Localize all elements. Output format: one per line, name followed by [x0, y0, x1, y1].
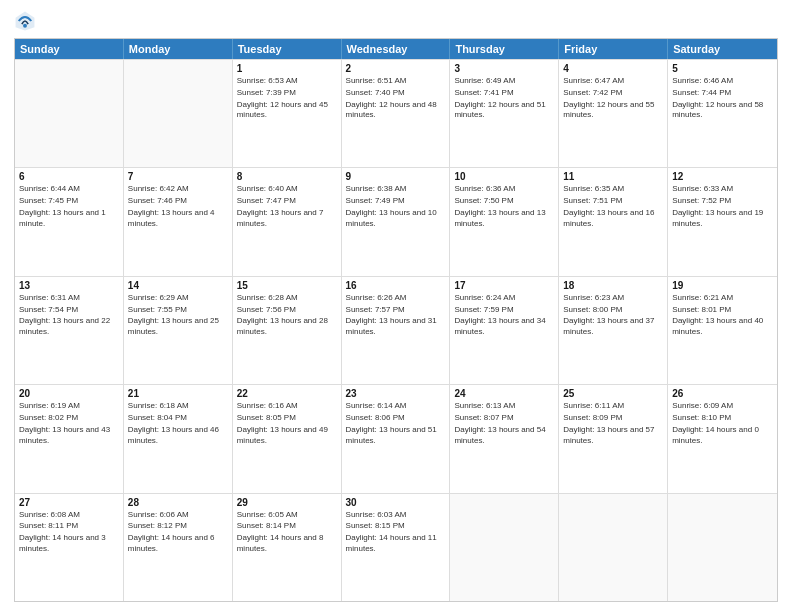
daylight-text: Daylight: 13 hours and 37 minutes. [563, 316, 663, 338]
sunrise-text: Sunrise: 6:53 AM [237, 76, 337, 87]
daylight-text: Daylight: 13 hours and 54 minutes. [454, 425, 554, 447]
sunrise-text: Sunrise: 6:33 AM [672, 184, 773, 195]
sunset-text: Sunset: 7:39 PM [237, 88, 337, 99]
sunrise-text: Sunrise: 6:38 AM [346, 184, 446, 195]
calendar-row-4: 27Sunrise: 6:08 AMSunset: 8:11 PMDayligh… [15, 493, 777, 601]
calendar-cell-1-1: 7Sunrise: 6:42 AMSunset: 7:46 PMDaylight… [124, 168, 233, 275]
calendar-cell-2-3: 16Sunrise: 6:26 AMSunset: 7:57 PMDayligh… [342, 277, 451, 384]
calendar-cell-4-3: 30Sunrise: 6:03 AMSunset: 8:15 PMDayligh… [342, 494, 451, 601]
svg-point-1 [23, 24, 27, 28]
calendar-cell-0-6: 5Sunrise: 6:46 AMSunset: 7:44 PMDaylight… [668, 60, 777, 167]
day-number: 2 [346, 63, 446, 74]
day-number: 28 [128, 497, 228, 508]
weekday-header-friday: Friday [559, 39, 668, 59]
sunset-text: Sunset: 7:44 PM [672, 88, 773, 99]
sunrise-text: Sunrise: 6:29 AM [128, 293, 228, 304]
calendar-cell-0-2: 1Sunrise: 6:53 AMSunset: 7:39 PMDaylight… [233, 60, 342, 167]
daylight-text: Daylight: 13 hours and 31 minutes. [346, 316, 446, 338]
daylight-text: Daylight: 12 hours and 45 minutes. [237, 100, 337, 122]
sunrise-text: Sunrise: 6:16 AM [237, 401, 337, 412]
calendar-header: SundayMondayTuesdayWednesdayThursdayFrid… [15, 39, 777, 59]
sunrise-text: Sunrise: 6:21 AM [672, 293, 773, 304]
daylight-text: Daylight: 13 hours and 1 minute. [19, 208, 119, 230]
sunset-text: Sunset: 7:42 PM [563, 88, 663, 99]
calendar-cell-3-5: 25Sunrise: 6:11 AMSunset: 8:09 PMDayligh… [559, 385, 668, 492]
day-number: 21 [128, 388, 228, 399]
calendar-cell-4-1: 28Sunrise: 6:06 AMSunset: 8:12 PMDayligh… [124, 494, 233, 601]
calendar-cell-1-2: 8Sunrise: 6:40 AMSunset: 7:47 PMDaylight… [233, 168, 342, 275]
day-number: 29 [237, 497, 337, 508]
calendar-cell-4-4 [450, 494, 559, 601]
daylight-text: Daylight: 13 hours and 43 minutes. [19, 425, 119, 447]
daylight-text: Daylight: 12 hours and 55 minutes. [563, 100, 663, 122]
sunset-text: Sunset: 8:14 PM [237, 521, 337, 532]
day-number: 10 [454, 171, 554, 182]
daylight-text: Daylight: 12 hours and 48 minutes. [346, 100, 446, 122]
sunrise-text: Sunrise: 6:03 AM [346, 510, 446, 521]
calendar-row-1: 6Sunrise: 6:44 AMSunset: 7:45 PMDaylight… [15, 167, 777, 275]
calendar-cell-1-0: 6Sunrise: 6:44 AMSunset: 7:45 PMDaylight… [15, 168, 124, 275]
logo [14, 10, 40, 32]
sunrise-text: Sunrise: 6:42 AM [128, 184, 228, 195]
daylight-text: Daylight: 14 hours and 3 minutes. [19, 533, 119, 555]
sunset-text: Sunset: 7:47 PM [237, 196, 337, 207]
calendar-cell-1-6: 12Sunrise: 6:33 AMSunset: 7:52 PMDayligh… [668, 168, 777, 275]
calendar-cell-4-5 [559, 494, 668, 601]
sunset-text: Sunset: 7:52 PM [672, 196, 773, 207]
calendar-cell-3-3: 23Sunrise: 6:14 AMSunset: 8:06 PMDayligh… [342, 385, 451, 492]
sunrise-text: Sunrise: 6:26 AM [346, 293, 446, 304]
daylight-text: Daylight: 13 hours and 40 minutes. [672, 316, 773, 338]
sunrise-text: Sunrise: 6:35 AM [563, 184, 663, 195]
daylight-text: Daylight: 13 hours and 19 minutes. [672, 208, 773, 230]
day-number: 14 [128, 280, 228, 291]
calendar-cell-4-0: 27Sunrise: 6:08 AMSunset: 8:11 PMDayligh… [15, 494, 124, 601]
calendar-cell-3-6: 26Sunrise: 6:09 AMSunset: 8:10 PMDayligh… [668, 385, 777, 492]
calendar-cell-3-2: 22Sunrise: 6:16 AMSunset: 8:05 PMDayligh… [233, 385, 342, 492]
weekday-header-sunday: Sunday [15, 39, 124, 59]
sunset-text: Sunset: 7:46 PM [128, 196, 228, 207]
sunrise-text: Sunrise: 6:18 AM [128, 401, 228, 412]
calendar-cell-2-2: 15Sunrise: 6:28 AMSunset: 7:56 PMDayligh… [233, 277, 342, 384]
daylight-text: Daylight: 13 hours and 25 minutes. [128, 316, 228, 338]
daylight-text: Daylight: 12 hours and 58 minutes. [672, 100, 773, 122]
sunset-text: Sunset: 8:09 PM [563, 413, 663, 424]
sunrise-text: Sunrise: 6:36 AM [454, 184, 554, 195]
day-number: 13 [19, 280, 119, 291]
sunset-text: Sunset: 7:55 PM [128, 305, 228, 316]
day-number: 25 [563, 388, 663, 399]
day-number: 5 [672, 63, 773, 74]
day-number: 23 [346, 388, 446, 399]
sunrise-text: Sunrise: 6:08 AM [19, 510, 119, 521]
calendar: SundayMondayTuesdayWednesdayThursdayFrid… [14, 38, 778, 602]
calendar-row-2: 13Sunrise: 6:31 AMSunset: 7:54 PMDayligh… [15, 276, 777, 384]
sunrise-text: Sunrise: 6:13 AM [454, 401, 554, 412]
sunset-text: Sunset: 8:04 PM [128, 413, 228, 424]
sunrise-text: Sunrise: 6:19 AM [19, 401, 119, 412]
sunset-text: Sunset: 8:01 PM [672, 305, 773, 316]
daylight-text: Daylight: 13 hours and 28 minutes. [237, 316, 337, 338]
daylight-text: Daylight: 13 hours and 34 minutes. [454, 316, 554, 338]
sunrise-text: Sunrise: 6:05 AM [237, 510, 337, 521]
sunrise-text: Sunrise: 6:49 AM [454, 76, 554, 87]
day-number: 26 [672, 388, 773, 399]
day-number: 24 [454, 388, 554, 399]
sunrise-text: Sunrise: 6:06 AM [128, 510, 228, 521]
calendar-cell-3-4: 24Sunrise: 6:13 AMSunset: 8:07 PMDayligh… [450, 385, 559, 492]
header [14, 10, 778, 32]
sunset-text: Sunset: 7:59 PM [454, 305, 554, 316]
sunset-text: Sunset: 7:50 PM [454, 196, 554, 207]
day-number: 17 [454, 280, 554, 291]
calendar-body: 1Sunrise: 6:53 AMSunset: 7:39 PMDaylight… [15, 59, 777, 601]
daylight-text: Daylight: 13 hours and 4 minutes. [128, 208, 228, 230]
daylight-text: Daylight: 13 hours and 51 minutes. [346, 425, 446, 447]
day-number: 20 [19, 388, 119, 399]
sunrise-text: Sunrise: 6:40 AM [237, 184, 337, 195]
daylight-text: Daylight: 14 hours and 0 minutes. [672, 425, 773, 447]
day-number: 6 [19, 171, 119, 182]
daylight-text: Daylight: 13 hours and 46 minutes. [128, 425, 228, 447]
daylight-text: Daylight: 13 hours and 7 minutes. [237, 208, 337, 230]
day-number: 15 [237, 280, 337, 291]
weekday-header-thursday: Thursday [450, 39, 559, 59]
weekday-header-saturday: Saturday [668, 39, 777, 59]
daylight-text: Daylight: 13 hours and 22 minutes. [19, 316, 119, 338]
